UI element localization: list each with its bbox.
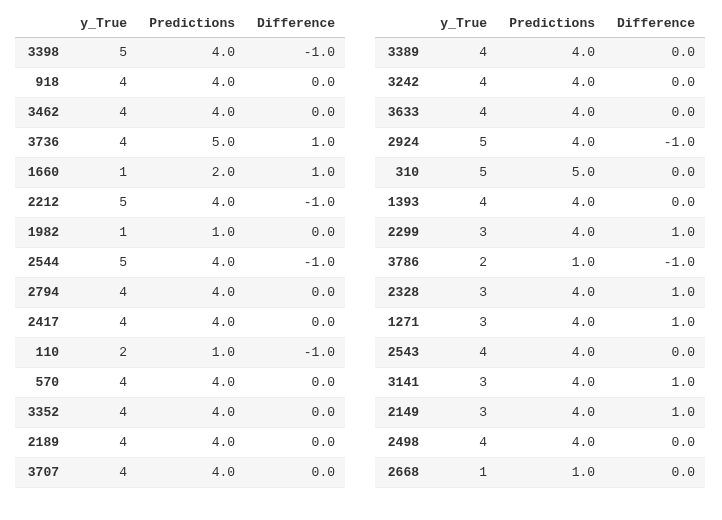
cell-index: 1271 bbox=[375, 308, 429, 338]
cell-index: 3736 bbox=[15, 128, 69, 158]
cell-difference: 1.0 bbox=[605, 398, 705, 428]
cell-difference: 1.0 bbox=[605, 218, 705, 248]
cell-predictions: 4.0 bbox=[137, 398, 245, 428]
right-tbody: 338944.00.0324244.00.0363344.00.0292454.… bbox=[375, 38, 705, 488]
cell-ytrue: 4 bbox=[69, 278, 137, 308]
cell-ytrue: 4 bbox=[69, 458, 137, 488]
cell-predictions: 4.0 bbox=[497, 368, 605, 398]
cell-difference: 0.0 bbox=[605, 38, 705, 68]
cell-predictions: 1.0 bbox=[497, 458, 605, 488]
table-row: 198211.00.0 bbox=[15, 218, 345, 248]
header-row: y_True Predictions Difference bbox=[375, 10, 705, 38]
cell-difference: 0.0 bbox=[245, 218, 345, 248]
cell-index: 3352 bbox=[15, 398, 69, 428]
cell-index: 918 bbox=[15, 68, 69, 98]
cell-predictions: 4.0 bbox=[497, 398, 605, 428]
table-row: 292454.0-1.0 bbox=[375, 128, 705, 158]
cell-difference: 1.0 bbox=[605, 308, 705, 338]
col-index bbox=[375, 10, 429, 38]
cell-index: 3707 bbox=[15, 458, 69, 488]
cell-difference: 1.0 bbox=[245, 128, 345, 158]
cell-index: 2544 bbox=[15, 248, 69, 278]
cell-predictions: 5.0 bbox=[497, 158, 605, 188]
table-row: 139344.00.0 bbox=[375, 188, 705, 218]
cell-predictions: 4.0 bbox=[497, 278, 605, 308]
cell-index: 2417 bbox=[15, 308, 69, 338]
cell-difference: 0.0 bbox=[605, 428, 705, 458]
cell-difference: -1.0 bbox=[605, 248, 705, 278]
cell-difference: 0.0 bbox=[605, 458, 705, 488]
cell-predictions: 2.0 bbox=[137, 158, 245, 188]
col-ytrue: y_True bbox=[69, 10, 137, 38]
cell-ytrue: 4 bbox=[69, 308, 137, 338]
col-index bbox=[15, 10, 69, 38]
cell-difference: 1.0 bbox=[605, 278, 705, 308]
cell-predictions: 4.0 bbox=[497, 308, 605, 338]
cell-index: 110 bbox=[15, 338, 69, 368]
table-row: 249844.00.0 bbox=[375, 428, 705, 458]
cell-ytrue: 4 bbox=[429, 428, 497, 458]
cell-index: 3462 bbox=[15, 98, 69, 128]
cell-ytrue: 2 bbox=[429, 248, 497, 278]
cell-index: 1660 bbox=[15, 158, 69, 188]
cell-ytrue: 4 bbox=[429, 38, 497, 68]
cell-index: 3786 bbox=[375, 248, 429, 278]
cell-difference: 0.0 bbox=[245, 368, 345, 398]
cell-difference: 0.0 bbox=[245, 98, 345, 128]
table-row: 218944.00.0 bbox=[15, 428, 345, 458]
header-row: y_True Predictions Difference bbox=[15, 10, 345, 38]
cell-predictions: 4.0 bbox=[137, 38, 245, 68]
cell-difference: -1.0 bbox=[245, 38, 345, 68]
cell-index: 2498 bbox=[375, 428, 429, 458]
table-row: 214934.01.0 bbox=[375, 398, 705, 428]
table-row: 221254.0-1.0 bbox=[15, 188, 345, 218]
cell-predictions: 1.0 bbox=[137, 218, 245, 248]
col-ytrue: y_True bbox=[429, 10, 497, 38]
cell-ytrue: 4 bbox=[69, 128, 137, 158]
cell-difference: 0.0 bbox=[245, 278, 345, 308]
cell-index: 2328 bbox=[375, 278, 429, 308]
cell-difference: 0.0 bbox=[245, 308, 345, 338]
cell-difference: -1.0 bbox=[245, 188, 345, 218]
cell-predictions: 4.0 bbox=[497, 188, 605, 218]
col-difference: Difference bbox=[605, 10, 705, 38]
cell-ytrue: 4 bbox=[429, 338, 497, 368]
cell-predictions: 4.0 bbox=[137, 368, 245, 398]
cell-ytrue: 1 bbox=[69, 158, 137, 188]
cell-predictions: 5.0 bbox=[137, 128, 245, 158]
col-difference: Difference bbox=[245, 10, 345, 38]
cell-index: 3141 bbox=[375, 368, 429, 398]
col-predictions: Predictions bbox=[497, 10, 605, 38]
cell-index: 2189 bbox=[15, 428, 69, 458]
col-predictions: Predictions bbox=[137, 10, 245, 38]
cell-index: 2149 bbox=[375, 398, 429, 428]
cell-predictions: 4.0 bbox=[137, 458, 245, 488]
cell-predictions: 4.0 bbox=[137, 248, 245, 278]
cell-index: 1393 bbox=[375, 188, 429, 218]
table-row: 232834.01.0 bbox=[375, 278, 705, 308]
table-row: 335244.00.0 bbox=[15, 398, 345, 428]
table-row: 254344.00.0 bbox=[375, 338, 705, 368]
table-row: 266811.00.0 bbox=[375, 458, 705, 488]
cell-ytrue: 4 bbox=[429, 68, 497, 98]
cell-ytrue: 2 bbox=[69, 338, 137, 368]
cell-predictions: 4.0 bbox=[497, 218, 605, 248]
table-row: 229934.01.0 bbox=[375, 218, 705, 248]
cell-ytrue: 4 bbox=[69, 68, 137, 98]
table-row: 11021.0-1.0 bbox=[15, 338, 345, 368]
table-row: 127134.01.0 bbox=[375, 308, 705, 338]
cell-index: 3633 bbox=[375, 98, 429, 128]
cell-difference: 0.0 bbox=[245, 428, 345, 458]
cell-predictions: 4.0 bbox=[497, 128, 605, 158]
cell-difference: 0.0 bbox=[605, 338, 705, 368]
cell-difference: -1.0 bbox=[245, 338, 345, 368]
cell-ytrue: 4 bbox=[429, 98, 497, 128]
left-tbody: 339854.0-1.091844.00.0346244.00.0373645.… bbox=[15, 38, 345, 488]
cell-difference: 0.0 bbox=[605, 188, 705, 218]
cell-index: 2668 bbox=[375, 458, 429, 488]
table-row: 241744.00.0 bbox=[15, 308, 345, 338]
cell-difference: 0.0 bbox=[605, 158, 705, 188]
cell-predictions: 4.0 bbox=[137, 428, 245, 458]
table-row: 314134.01.0 bbox=[375, 368, 705, 398]
table-row: 254454.0-1.0 bbox=[15, 248, 345, 278]
